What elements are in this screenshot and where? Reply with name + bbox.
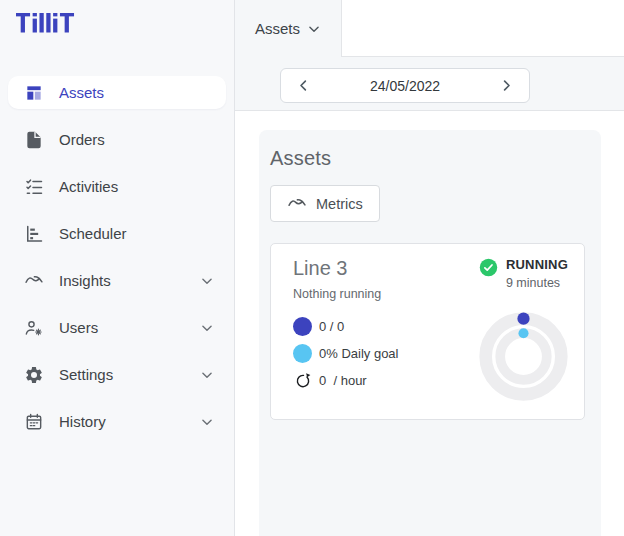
- tab-label: Assets: [255, 20, 300, 37]
- sidebar-item-label: Users: [59, 319, 98, 336]
- sidebar-item-label: Orders: [59, 131, 105, 148]
- app-root: Assets Orders Activities: [0, 0, 624, 536]
- sidebar-item-scheduler[interactable]: Scheduler: [8, 217, 226, 250]
- sidebar-item-orders[interactable]: Orders: [8, 123, 226, 156]
- chevron-left-icon: [296, 78, 311, 93]
- status-label: RUNNING: [506, 257, 568, 272]
- sidebar-item-label: Settings: [59, 366, 113, 383]
- assets-panel: Assets Metrics Line 3 Nothing running: [259, 130, 601, 536]
- secondary-dot-icon: [293, 344, 312, 363]
- tab-assets[interactable]: Assets: [235, 0, 341, 57]
- sidebar-item-label: Insights: [59, 272, 111, 289]
- legend-label: 0 / hour: [319, 373, 367, 388]
- status-duration: 9 minutes: [506, 276, 568, 290]
- date-navigator: 24/05/2022: [280, 68, 530, 103]
- chevron-down-icon[interactable]: [200, 368, 214, 382]
- sidebar-nav: Assets Orders Activities: [0, 76, 234, 438]
- check-circle-icon: [479, 258, 498, 277]
- sidebar-item-settings[interactable]: Settings: [8, 358, 226, 391]
- sidebar-item-insights[interactable]: Insights: [8, 264, 226, 297]
- progress-donut-chart: [475, 308, 572, 405]
- calendar-icon: [24, 412, 44, 432]
- trending-lines-icon: [24, 271, 44, 291]
- sidebar-item-history[interactable]: History: [8, 405, 226, 438]
- sidebar-item-label: Scheduler: [59, 225, 127, 242]
- date-band: 24/05/2022: [235, 57, 624, 111]
- chevron-down-icon[interactable]: [200, 274, 214, 288]
- sidebar-item-label: Activities: [59, 178, 118, 195]
- sidebar-item-users[interactable]: Users: [8, 311, 226, 344]
- content-area: Assets 24/05/2022 Assets: [235, 0, 624, 536]
- inner-progress-dot: [518, 328, 528, 338]
- sidebar-item-label: History: [59, 413, 106, 430]
- table-layout-icon: [24, 83, 44, 103]
- asset-card-line-3[interactable]: Line 3 Nothing running 0 / 0 0% Daily go…: [270, 243, 585, 420]
- metrics-button[interactable]: Metrics: [270, 185, 380, 222]
- checklist-icon: [24, 177, 44, 197]
- sidebar-item-label: Assets: [59, 84, 104, 101]
- users-gear-icon: [24, 318, 44, 338]
- sidebar-item-assets[interactable]: Assets: [8, 76, 226, 109]
- document-icon: [24, 130, 44, 150]
- app-logo: [0, 13, 234, 39]
- main-area: Assets Metrics Line 3 Nothing running: [235, 111, 624, 536]
- prev-day-button[interactable]: [294, 76, 313, 95]
- tillit-logo-icon: [16, 13, 80, 34]
- topbar: Assets: [235, 0, 624, 57]
- page-title: Assets: [270, 147, 591, 170]
- metrics-button-label: Metrics: [316, 196, 363, 212]
- status-badge: RUNNING 9 minutes: [479, 257, 568, 290]
- sidebar-item-activities[interactable]: Activities: [8, 170, 226, 203]
- legend-label: 0% Daily goal: [319, 346, 399, 361]
- chevron-down-icon[interactable]: [200, 415, 214, 429]
- rotate-clockwise-icon: [293, 371, 312, 390]
- chevron-right-icon: [499, 78, 514, 93]
- outer-progress-dot: [517, 313, 529, 325]
- next-day-button[interactable]: [497, 76, 516, 95]
- chevron-down-icon: [307, 22, 321, 36]
- gantt-chart-icon: [24, 224, 44, 244]
- header-surface: [341, 0, 624, 57]
- legend-label: 0 / 0: [319, 319, 344, 334]
- primary-dot-icon: [293, 317, 312, 336]
- gear-icon: [24, 365, 44, 385]
- trending-lines-icon: [287, 194, 307, 214]
- current-date: 24/05/2022: [370, 78, 440, 94]
- sidebar: Assets Orders Activities: [0, 0, 235, 536]
- chevron-down-icon[interactable]: [200, 321, 214, 335]
